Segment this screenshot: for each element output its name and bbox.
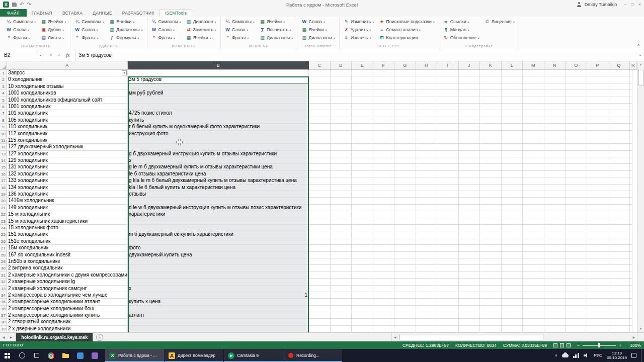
cell-I3[interactable] [437,83,459,90]
cell-P34[interactable] [587,292,609,299]
cell-B29[interactable] [128,258,309,265]
cell-H26[interactable] [416,238,438,245]
cell-P25[interactable] [587,231,609,238]
cell-J24[interactable] [459,225,480,231]
column-header-M[interactable]: M [523,61,544,70]
cell-A6[interactable]: 1001 холодильник [7,104,128,110]
cell-O26[interactable] [566,238,587,245]
cell-M24[interactable] [523,225,544,231]
cell-Q2[interactable] [608,76,630,83]
cell-I39[interactable] [437,326,459,332]
cell-G10[interactable] [394,131,416,137]
cell-B19[interactable]: отзывы [128,191,309,198]
cell-G6[interactable] [394,104,416,110]
cell-A2[interactable]: 0 холодильник [7,76,128,83]
cell-Q36[interactable] [608,306,630,312]
network-icon[interactable] [573,353,579,358]
cell-Q33[interactable] [608,286,630,292]
cell-O25[interactable] [566,231,587,238]
cell-G3[interactable] [394,83,416,90]
cell-N33[interactable] [544,286,566,292]
cell-P35[interactable] [587,299,609,305]
ribbon-button-formulas[interactable]: ƒФормулы [108,34,144,42]
cell-D16[interactable] [331,171,352,177]
cell-M4[interactable] [523,90,544,97]
cell-I26[interactable] [437,238,459,245]
cell-L25[interactable] [502,231,523,238]
excel-logo-icon[interactable] [3,2,9,8]
column-header-Q[interactable]: Q [608,61,630,70]
cell-P27[interactable] [587,245,609,251]
cell-R29[interactable] [630,258,632,265]
cell-R38[interactable] [630,319,632,325]
cell-Q8[interactable] [608,117,630,124]
cell-F29[interactable] [373,258,395,265]
cell-F3[interactable] [373,83,395,90]
cell-M2[interactable] [523,76,544,83]
cell-N11[interactable] [544,137,566,144]
cell-F17[interactable] [373,177,395,184]
cell-K35[interactable] [480,299,502,305]
ribbon-button-phrases[interactable]: ”Фразы [223,34,256,42]
cell-Q23[interactable] [608,218,630,225]
cell-L27[interactable] [502,245,523,251]
average-stat[interactable]: СРЕДНЕЕ: 1.2963E+57 [403,343,449,348]
row-header-20[interactable]: 20 [0,198,7,204]
ribbon-button-ranges[interactable]: ▥Диапазоны [258,34,294,42]
cell-L34[interactable] [502,292,523,299]
vertical-scrollbar-thumb[interactable] [638,69,643,86]
cell-Q38[interactable] [608,319,630,325]
cell-R34[interactable] [630,292,632,299]
cell-L8[interactable] [502,117,523,124]
cell-R17[interactable] [630,177,632,184]
cell-M37[interactable] [523,312,544,319]
cell-D21[interactable] [331,205,352,211]
cell-G33[interactable] [394,286,416,292]
cell-L21[interactable] [502,205,523,211]
cell-R7[interactable] [630,110,632,117]
ribbon-button-range[interactable]: ▥Диапазон [184,18,217,26]
row-header-2[interactable]: 2 [0,76,7,83]
cell-B28[interactable]: двухкамерный купить цена [128,252,309,258]
cell-P3[interactable] [587,83,609,90]
cell-K28[interactable] [480,252,502,258]
cell-J35[interactable] [459,299,480,305]
ribbon-button-phrases[interactable]: ”Фразы [73,34,106,42]
cell-G2[interactable] [394,76,416,83]
cell-M1[interactable] [523,70,544,76]
cell-E15[interactable] [352,164,373,170]
cell-D17[interactable] [331,177,352,184]
cell-C17[interactable] [309,177,331,184]
cell-I33[interactable] [437,286,459,292]
cell-B21[interactable]: d le w б двухкамерный инструкция купить … [128,205,309,211]
cell-K39[interactable] [480,326,502,332]
row-header-21[interactable]: 21 [0,205,7,211]
cell-O16[interactable] [566,171,587,177]
cell-I35[interactable] [437,299,459,305]
cell-E32[interactable] [352,279,373,285]
cell-G25[interactable] [394,231,416,238]
cell-H21[interactable] [416,205,438,211]
cell-D34[interactable] [331,292,352,299]
cell-D25[interactable] [331,231,352,238]
cell-D11[interactable] [331,137,352,144]
cell-G38[interactable] [394,319,416,325]
row-header-25[interactable]: 25 [0,231,7,238]
cell-Q1[interactable] [608,70,630,76]
cell-P24[interactable] [587,225,609,231]
cell-H16[interactable] [416,171,438,177]
cell-P4[interactable] [587,90,609,97]
cell-K32[interactable] [480,279,502,285]
cell-R26[interactable] [630,238,632,245]
cell-O13[interactable] [566,151,587,157]
cell-A35[interactable]: 2 компрессорные холодильники атлант [7,299,128,305]
cell-P2[interactable] [587,76,609,83]
cell-F35[interactable] [373,299,395,305]
pinned-app-app-purple[interactable] [88,349,102,362]
cell-B31[interactable] [128,272,309,279]
zoom-in-button[interactable] [619,343,621,348]
cell-R16[interactable] [630,171,632,177]
cell-B23[interactable] [128,218,309,225]
cell-N17[interactable] [544,177,566,184]
cell-B22[interactable]: характеристики [128,211,309,218]
